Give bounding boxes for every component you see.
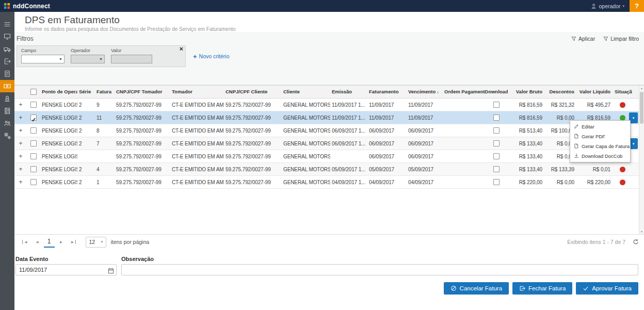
table-row[interactable]: +PENSKE LOGISTICS...2459.275.792/0027-99… bbox=[14, 163, 639, 176]
cancelar-fatura-button[interactable]: Cancelar Fatura bbox=[444, 282, 509, 295]
page-header: DPS em Faturamento Informe os dados para… bbox=[14, 12, 644, 32]
row-checkbox[interactable] bbox=[30, 115, 37, 121]
column-header-download[interactable]: Download bbox=[485, 86, 508, 98]
cell-valor-liquido: R$ 495,27 bbox=[577, 99, 613, 111]
observacao-input[interactable] bbox=[121, 264, 638, 275]
scroll-up-icon[interactable]: ▲ bbox=[639, 87, 644, 90]
table-row[interactable]: +PENSKE LOGISTICS...2759.275.792/0027-99… bbox=[14, 137, 639, 150]
cell-descontos: R$ 0,00 bbox=[545, 176, 577, 188]
scroll-down-icon[interactable]: ▼ bbox=[639, 230, 644, 233]
table-row[interactable]: +PENSKE LOGISTICS...2859.275.792/0027-99… bbox=[14, 124, 639, 137]
apply-filter-button[interactable]: Aplicar bbox=[571, 36, 595, 42]
calendar-icon[interactable] bbox=[108, 267, 114, 276]
column-header-faturamento[interactable]: Faturamento bbox=[367, 86, 407, 98]
table-row[interactable]: +PENSKE LOGISTICS...2959.275.792/0027-99… bbox=[14, 99, 639, 111]
prev-page-button[interactable]: ◄ bbox=[31, 240, 43, 244]
current-page[interactable]: 1 bbox=[44, 237, 55, 248]
select-all-checkbox[interactable] bbox=[30, 89, 37, 95]
chevron-down-icon: ▼ bbox=[59, 57, 62, 61]
column-header-ponto-de-operacao[interactable]: Ponto de Operação bbox=[40, 86, 77, 98]
menu-item-gerar-capa-de-fatura[interactable]: Gerar Capa de Fatura bbox=[570, 141, 630, 151]
clear-filter-button[interactable]: Limpar filtro bbox=[603, 36, 639, 42]
download-checkbox[interactable] bbox=[493, 127, 500, 134]
cell-ponto: PENSKE LOGISTICS... bbox=[40, 176, 77, 188]
download-checkbox[interactable] bbox=[493, 153, 500, 159]
cell-cliente: GENERAL MOTORS DO B... bbox=[282, 111, 330, 124]
cell-ponto: PENSKE LOGISTICS... bbox=[40, 163, 77, 175]
app-logo[interactable]: nddConnect bbox=[0, 3, 50, 10]
refresh-button[interactable] bbox=[633, 239, 639, 245]
user-menu[interactable]: operador ▾ bbox=[586, 3, 630, 9]
cell-ordem-pagamento bbox=[443, 99, 485, 111]
next-page-button[interactable]: ► bbox=[56, 240, 67, 244]
cell-cnpj-tomador: 59.275.792/0027-99 bbox=[115, 124, 170, 137]
expand-row-icon[interactable]: + bbox=[19, 111, 23, 124]
sidebar-item-users[interactable] bbox=[0, 117, 14, 129]
data-evento-input[interactable] bbox=[15, 264, 117, 275]
expand-row-icon[interactable]: + bbox=[19, 137, 23, 150]
column-header-cliente[interactable]: Cliente bbox=[282, 86, 330, 98]
column-header-fatura[interactable]: Fatura bbox=[95, 86, 115, 98]
row-checkbox[interactable] bbox=[30, 179, 37, 185]
cell-situacao bbox=[613, 99, 632, 111]
new-criterion-button[interactable]: + Novo critério bbox=[193, 53, 230, 60]
table-row[interactable]: +PENSKE LOGISTICS...2159.275.792/0027-99… bbox=[14, 176, 639, 189]
first-page-button[interactable]: ◄ bbox=[19, 240, 31, 244]
column-header-tomador[interactable]: Tomador bbox=[170, 86, 224, 98]
expand-row-icon[interactable]: + bbox=[19, 163, 23, 175]
row-checkbox[interactable] bbox=[30, 153, 37, 159]
cell-ponto: PENSKE LOGISTICS... bbox=[40, 124, 77, 137]
column-header-situacao[interactable]: Situação bbox=[613, 86, 632, 98]
page-size-select[interactable]: 12 ▼ bbox=[86, 237, 106, 248]
close-icon[interactable]: × bbox=[179, 45, 183, 53]
row-checkbox[interactable] bbox=[30, 127, 37, 134]
valor-input[interactable] bbox=[111, 55, 152, 63]
column-header-valor-bruto[interactable]: Valor Bruto bbox=[508, 86, 545, 98]
table-row[interactable]: +PENSKE LOGISTICS...59.275.792/0027-99CT… bbox=[14, 150, 639, 163]
menu-item-download-doccob[interactable]: Download DocCob bbox=[570, 151, 630, 161]
column-header-valor-liquido[interactable]: Valor Líquido bbox=[577, 86, 613, 98]
sidebar-item-stamp[interactable] bbox=[0, 92, 14, 105]
expand-row-icon[interactable]: + bbox=[19, 99, 23, 111]
campo-select[interactable]: ▼ bbox=[21, 55, 65, 63]
expand-row-icon[interactable]: + bbox=[19, 176, 23, 188]
row-checkbox[interactable] bbox=[30, 102, 37, 108]
help-button[interactable]: ? bbox=[630, 0, 644, 12]
menu-item-gerar-pdf[interactable]: Gerar PDF bbox=[570, 132, 630, 141]
menu-item-editar[interactable]: Editar bbox=[570, 122, 630, 132]
row-checkbox[interactable] bbox=[30, 166, 37, 172]
download-checkbox[interactable] bbox=[493, 102, 500, 108]
table-scrollbar[interactable]: ▲ ▼ bbox=[639, 86, 644, 234]
column-header-cnpj-cpf-tomador[interactable]: CNPJ/CPF Tomador bbox=[115, 86, 170, 98]
aprovar-fatura-button[interactable]: Aprovar Fatura bbox=[576, 282, 638, 295]
cell-cliente: GENERAL MOTORS DO B... bbox=[282, 176, 330, 188]
fechar-fatura-button[interactable]: Fechar Fatura bbox=[512, 282, 572, 295]
sidebar-item-document[interactable] bbox=[0, 68, 14, 80]
cell-valor-bruto: R$ 133,40 bbox=[508, 137, 545, 150]
download-checkbox[interactable] bbox=[493, 140, 500, 146]
scrollbar-thumb[interactable] bbox=[640, 92, 643, 124]
download-checkbox[interactable] bbox=[493, 115, 500, 121]
sidebar-item-export[interactable] bbox=[0, 55, 14, 68]
sidebar-item-settings[interactable] bbox=[0, 129, 14, 142]
row-checkbox[interactable] bbox=[30, 140, 37, 146]
column-header-serie[interactable]: Série bbox=[77, 86, 95, 98]
download-checkbox[interactable] bbox=[493, 166, 500, 172]
download-checkbox[interactable] bbox=[493, 179, 500, 185]
expand-row-icon[interactable]: + bbox=[19, 124, 23, 137]
cell-emissao: 11/09/2017 1... bbox=[330, 99, 367, 111]
sidebar-item-monitor[interactable] bbox=[0, 30, 14, 43]
sidebar-item-menu[interactable] bbox=[0, 18, 14, 30]
column-header-emissao[interactable]: Emissão bbox=[330, 86, 367, 98]
column-header-cnpj-cpf-cliente[interactable]: CNPJ/CPF Cliente bbox=[224, 86, 282, 98]
sidebar-item-billing[interactable] bbox=[0, 80, 14, 92]
table-row[interactable]: +PENSKE LOGISTICS...21159.275.792/0027-9… bbox=[14, 111, 639, 124]
sidebar-item-truck[interactable] bbox=[0, 43, 14, 55]
expand-row-icon[interactable]: + bbox=[19, 150, 23, 162]
operador-select[interactable]: ▼ bbox=[71, 55, 105, 63]
column-header-vencimento[interactable]: Vencimento↓ bbox=[407, 86, 443, 98]
column-header-descontos[interactable]: Descontos bbox=[545, 86, 577, 98]
column-header-ordem-pagamento[interactable]: Ordem Pagamento bbox=[443, 86, 485, 98]
last-page-button[interactable]: ► bbox=[67, 240, 79, 244]
sidebar-item-contacts[interactable] bbox=[0, 105, 14, 117]
